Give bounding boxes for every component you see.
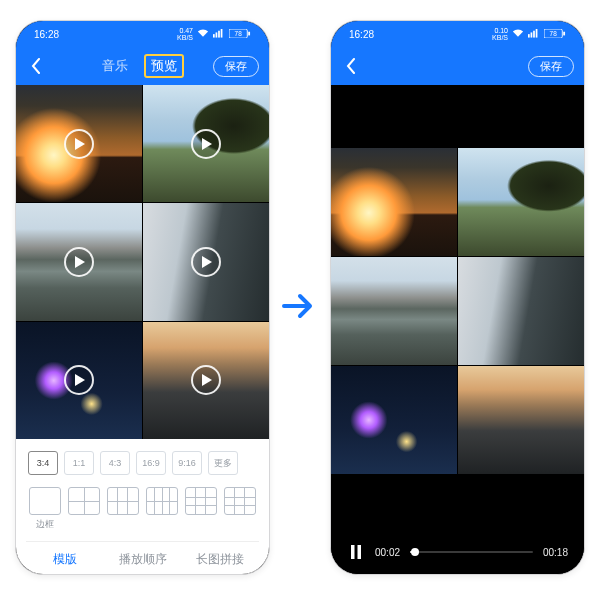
seek-knob[interactable] bbox=[411, 548, 419, 556]
grid-cell[interactable] bbox=[143, 85, 269, 202]
grid-cell[interactable] bbox=[16, 203, 142, 320]
bottom-tabs: 模版 播放顺序 长图拼接 bbox=[26, 541, 259, 575]
svg-rect-10 bbox=[536, 29, 538, 38]
back-button[interactable] bbox=[26, 56, 46, 76]
layout-2x2[interactable] bbox=[67, 487, 100, 515]
ratio-3-4[interactable]: 3:4 bbox=[28, 451, 58, 475]
svg-rect-9 bbox=[533, 31, 535, 38]
status-right: 0.10KB/S 78 bbox=[492, 27, 566, 41]
layout-3x3b[interactable] bbox=[223, 487, 256, 515]
layout-border[interactable]: 边框 bbox=[28, 487, 61, 531]
clock: 16:28 bbox=[349, 29, 374, 40]
status-bar: 16:28 0.10KB/S 78 bbox=[331, 21, 584, 47]
grid-cell bbox=[458, 366, 584, 474]
grid-cell bbox=[458, 257, 584, 365]
ratio-16-9[interactable]: 16:9 bbox=[136, 451, 166, 475]
screen: 16:28 0.47KB/S 78 音乐 预览 保存 3:4 1:1 4:3 1… bbox=[16, 21, 269, 574]
play-icon bbox=[64, 365, 94, 395]
play-icon bbox=[64, 247, 94, 277]
nav-bar: 保存 bbox=[331, 47, 584, 85]
wifi-icon bbox=[512, 29, 524, 39]
status-right: 0.47KB/S 78 bbox=[177, 27, 251, 41]
phone-left: 16:28 0.47KB/S 78 音乐 预览 保存 3:4 1:1 4:3 1… bbox=[15, 20, 270, 575]
layout-3x3[interactable] bbox=[184, 487, 217, 515]
ratio-9-16[interactable]: 9:16 bbox=[172, 451, 202, 475]
time-current: 00:02 bbox=[375, 547, 400, 558]
layout-4x2[interactable] bbox=[145, 487, 178, 515]
battery-icon: 78 bbox=[229, 29, 251, 39]
seek-bar[interactable] bbox=[410, 551, 533, 553]
grid-cell bbox=[331, 257, 457, 365]
nav-tabs: 音乐 预览 bbox=[102, 54, 184, 78]
time-total: 00:18 bbox=[543, 547, 568, 558]
grid-cell bbox=[331, 148, 457, 256]
tab-music[interactable]: 音乐 bbox=[102, 57, 128, 75]
ratio-1-1[interactable]: 1:1 bbox=[64, 451, 94, 475]
phone-right: 16:28 0.10KB/S 78 保存 00:02 00:18 bbox=[330, 20, 585, 575]
arrow-icon bbox=[282, 292, 318, 324]
svg-text:78: 78 bbox=[235, 30, 243, 37]
svg-rect-12 bbox=[563, 32, 565, 36]
svg-rect-14 bbox=[351, 545, 355, 559]
layout-3x2[interactable] bbox=[106, 487, 139, 515]
save-button[interactable]: 保存 bbox=[213, 56, 259, 77]
ratio-more[interactable]: 更多 bbox=[208, 451, 238, 475]
save-button[interactable]: 保存 bbox=[528, 56, 574, 77]
svg-rect-2 bbox=[218, 31, 220, 38]
player-bar: 00:02 00:18 bbox=[331, 536, 584, 574]
back-button[interactable] bbox=[341, 56, 361, 76]
grid-cell[interactable] bbox=[16, 322, 142, 439]
preview-area bbox=[331, 85, 584, 536]
grid-cell[interactable] bbox=[143, 322, 269, 439]
tab-stitch[interactable]: 长图拼接 bbox=[181, 542, 259, 575]
play-icon bbox=[191, 247, 221, 277]
svg-rect-5 bbox=[248, 32, 250, 36]
nav-bar: 音乐 预览 保存 bbox=[16, 47, 269, 85]
layout-row: 边框 bbox=[26, 485, 259, 541]
video-grid bbox=[16, 85, 269, 439]
svg-rect-3 bbox=[221, 29, 223, 38]
play-icon bbox=[64, 129, 94, 159]
tab-template[interactable]: 模版 bbox=[26, 542, 104, 575]
battery-icon: 78 bbox=[544, 29, 566, 39]
pause-button[interactable] bbox=[347, 543, 365, 561]
net-speed: 0.10KB/S bbox=[492, 27, 508, 41]
signal-icon bbox=[528, 29, 540, 39]
svg-rect-15 bbox=[358, 545, 362, 559]
play-icon bbox=[191, 129, 221, 159]
net-speed: 0.47KB/S bbox=[177, 27, 193, 41]
svg-rect-1 bbox=[216, 33, 218, 38]
layout-border-label: 边框 bbox=[36, 518, 54, 531]
status-bar: 16:28 0.47KB/S 78 bbox=[16, 21, 269, 47]
toolbar: 3:4 1:1 4:3 16:9 9:16 更多 边框 模版 播放顺序 长图拼接 bbox=[16, 439, 269, 575]
ratio-4-3[interactable]: 4:3 bbox=[100, 451, 130, 475]
grid-cell bbox=[331, 366, 457, 474]
svg-rect-0 bbox=[213, 35, 215, 38]
tab-preview[interactable]: 预览 bbox=[144, 54, 184, 78]
screen: 16:28 0.10KB/S 78 保存 00:02 00:18 bbox=[331, 21, 584, 574]
svg-rect-8 bbox=[531, 33, 533, 38]
signal-icon bbox=[213, 29, 225, 39]
grid-cell bbox=[458, 148, 584, 256]
video-grid[interactable] bbox=[331, 148, 584, 474]
svg-rect-7 bbox=[528, 35, 530, 38]
grid-cell[interactable] bbox=[16, 85, 142, 202]
svg-text:78: 78 bbox=[550, 30, 558, 37]
grid-cell[interactable] bbox=[143, 203, 269, 320]
play-icon bbox=[191, 365, 221, 395]
clock: 16:28 bbox=[34, 29, 59, 40]
wifi-icon bbox=[197, 29, 209, 39]
aspect-ratio-row: 3:4 1:1 4:3 16:9 9:16 更多 bbox=[26, 449, 259, 485]
tab-order[interactable]: 播放顺序 bbox=[104, 542, 182, 575]
